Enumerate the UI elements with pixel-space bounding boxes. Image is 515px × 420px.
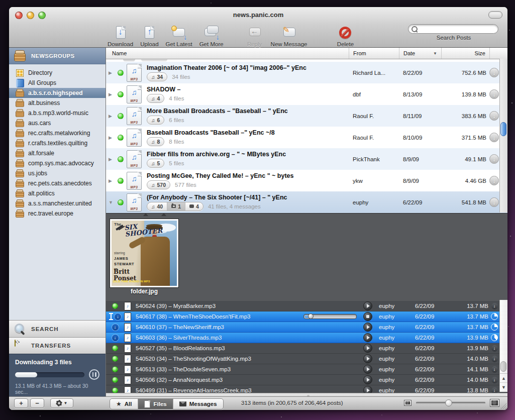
file-scrollbar-thumb[interactable] xyxy=(500,361,506,372)
column-header-from[interactable]: From xyxy=(349,48,399,59)
sidebar-item-a-b-s-mp3-world-music[interactable]: a.b.s.mp3.world-music xyxy=(9,108,106,118)
download-post-button[interactable]: ↓ xyxy=(489,133,499,142)
get-latest-button[interactable]: ↓ Get Latest xyxy=(166,25,192,47)
sidebar-item-rec-travel-europe[interactable]: rec.travel.europe xyxy=(9,208,106,219)
message-row[interactable]: ▶ ♫MP3 Fibber fills from archive.org – "… xyxy=(106,148,507,170)
file-row[interactable]: 540506 (32) – AnnaNorquest.mp3 euphy 6/2… xyxy=(106,375,507,385)
audio-count-segment[interactable]: 34 xyxy=(147,73,167,81)
scrubber-thumb[interactable] xyxy=(308,313,314,319)
play-button[interactable] xyxy=(363,301,372,310)
file-row[interactable]: ↓ 540610 (37) – TheNewSheriff.mp3 euphy … xyxy=(106,322,507,333)
download-post-button[interactable]: ↓ xyxy=(489,154,499,164)
file-row[interactable]: 540527 (35) – BloodRelations.mp3 euphy 6… xyxy=(106,343,507,354)
file-row[interactable]: 540499 (31) – RevengeAtHarnessCreek.mp3 … xyxy=(106,385,507,393)
stop-button[interactable] xyxy=(363,312,372,321)
file-row[interactable]: 540513 (33) – TheDoubleSeven.mp3 euphy 6… xyxy=(106,364,507,375)
column-header-name[interactable]: Name xyxy=(106,48,349,59)
sidebar-item-all-groups[interactable]: All Groups xyxy=(9,78,106,88)
message-row[interactable]: ▼ ♫MP3 (For Anybody – The Six Shooter [~… xyxy=(106,191,507,213)
message-row[interactable]: ▶ ♫MP3 SHADOW – 4 4 files dbf 8/13/09 13… xyxy=(106,83,507,105)
download-post-button[interactable]: ↓ xyxy=(489,197,499,207)
photo-count-segment[interactable]: 1 xyxy=(167,202,185,211)
filter-all-button[interactable]: All xyxy=(110,399,138,409)
search-field[interactable] xyxy=(408,24,498,34)
close-button[interactable] xyxy=(15,12,23,19)
message-row[interactable]: ▶ ♫MP3 Imagination Theater 2006 [~ of 34… xyxy=(106,62,507,83)
column-header-size[interactable]: Size xyxy=(441,48,489,59)
disclosure-triangle-icon[interactable]: ▶ xyxy=(106,70,117,75)
toolbar-toggle-button[interactable] xyxy=(488,11,502,19)
sidebar-item-aus-cars[interactable]: aus.cars xyxy=(9,118,106,128)
download-post-button[interactable]: ↓ xyxy=(489,68,499,77)
newsgroups-section-header[interactable]: NEWSGROUPS xyxy=(9,48,106,64)
pause-transfers-button[interactable] xyxy=(89,369,99,380)
zoom-slider[interactable] xyxy=(416,402,485,404)
sidebar-item-alt-politics[interactable]: alt.politics xyxy=(9,188,106,198)
zoom-slider-thumb[interactable] xyxy=(445,399,452,406)
audio-count-segment[interactable]: 40 xyxy=(147,202,167,211)
zoom-button[interactable] xyxy=(38,12,46,19)
disclosure-triangle-icon[interactable]: ▶ xyxy=(106,178,117,183)
sidebar-item-us-jobs[interactable]: us.jobs xyxy=(9,168,106,178)
file-row[interactable]: ↓ 540617 (38) – WhenTheShoeDoesn'tFit.mp… xyxy=(106,311,507,322)
sidebar-item-a-s-s-manchester-united[interactable]: a.s.s.manchester.united xyxy=(9,198,106,208)
search-section-header[interactable]: SEARCH xyxy=(9,320,106,337)
play-button[interactable] xyxy=(363,333,372,342)
disclosure-triangle-icon[interactable]: ▶ xyxy=(106,135,117,140)
audio-count-segment[interactable]: 6 xyxy=(147,116,164,124)
sidebar-item-directory[interactable]: Directory xyxy=(9,68,106,78)
sidebar-item-alt-forsale[interactable]: alt.forsale xyxy=(9,148,106,158)
play-button[interactable] xyxy=(363,344,372,353)
transfers-section-header[interactable]: ↑↓ TRANSFERS xyxy=(9,337,106,354)
disclosure-triangle-icon[interactable]: ▶ xyxy=(106,157,117,162)
filter-files-button[interactable]: Files xyxy=(138,399,172,409)
disclosure-triangle-icon[interactable]: ▶ xyxy=(106,92,117,97)
column-header-date[interactable]: Date▼ xyxy=(399,48,441,59)
scroll-down-arrow[interactable]: ▼ xyxy=(500,382,507,391)
file-row[interactable]: 540520 (34) – TheShootingOfWyattKing.mp3… xyxy=(106,354,507,364)
playback-scrubber[interactable] xyxy=(303,314,357,319)
file-row[interactable]: ↓ 540603 (36) – SilverThreads.mp3 euphy … xyxy=(106,333,507,343)
message-row[interactable]: ▶ ♫MP3 More Baseball Broadcasts – "Baseb… xyxy=(106,105,507,127)
filter-messages-button[interactable]: Messages xyxy=(173,399,223,409)
remove-button[interactable]: − xyxy=(30,398,44,408)
upload-button[interactable]: ↑ Upload xyxy=(140,25,158,47)
audio-count-segment[interactable]: 570 xyxy=(147,181,170,189)
audio-count-segment[interactable]: 5 xyxy=(147,159,164,167)
message-list-scrollbar[interactable] xyxy=(499,59,507,213)
action-menu-button[interactable]: ▼ xyxy=(50,398,73,408)
new-message-button[interactable]: ✎ New Message xyxy=(271,25,307,47)
play-button[interactable] xyxy=(363,354,372,363)
title-bar[interactable]: news.panic.com xyxy=(9,7,507,22)
add-button[interactable]: + xyxy=(14,398,28,408)
disclosure-triangle-icon[interactable]: ▼ xyxy=(106,200,117,205)
delete-button[interactable]: Delete xyxy=(336,25,354,47)
audio-count-segment[interactable]: 8 xyxy=(147,138,164,146)
file-list-scrollbar[interactable]: ▲ ▼ xyxy=(499,300,507,392)
download-post-button[interactable]: ↓ xyxy=(489,176,499,185)
sidebar-item-rec-crafts-metalworking[interactable]: rec.crafts.metalworking xyxy=(9,128,106,138)
disclosure-triangle-icon[interactable]: ▶ xyxy=(106,114,117,119)
audio-count-segment[interactable]: 4 xyxy=(147,94,164,102)
download-button[interactable]: ↓ Download xyxy=(108,25,133,47)
message-count-segment[interactable]: 4 xyxy=(185,202,203,211)
attachment-thumbnail[interactable]: The SIX SHOOTER starringJAMESSTEWARTas B… xyxy=(110,219,178,287)
play-button[interactable] xyxy=(363,375,372,384)
minimize-button[interactable] xyxy=(27,12,34,19)
get-more-button[interactable]: ↓ Get More xyxy=(199,25,224,47)
sidebar-item-comp-sys-mac-advocacy[interactable]: comp.sys.mac.advocacy xyxy=(9,158,106,168)
download-post-button[interactable]: ↓ xyxy=(489,89,499,99)
sidebar-item-rec-pets-cats-anecdotes[interactable]: rec.pets.cats.anecdotes xyxy=(9,178,106,188)
message-scrollbar-thumb[interactable] xyxy=(500,122,506,136)
sidebar-item-alt-business[interactable]: alt.business xyxy=(9,98,106,108)
play-button[interactable] xyxy=(363,323,372,332)
reply-button[interactable]: ← Reply xyxy=(246,25,264,47)
file-row[interactable]: 540624 (39) – MyraBarker.mp3 euphy 6/22/… xyxy=(106,301,507,311)
search-input[interactable] xyxy=(418,26,495,33)
message-row[interactable]: ▶ ♫MP3 Baseball Broadcasts "Baseball –" … xyxy=(106,127,507,148)
play-button[interactable] xyxy=(363,386,372,393)
play-button[interactable] xyxy=(363,365,372,374)
download-post-button[interactable]: ↓ xyxy=(489,111,499,121)
message-row[interactable]: ▶ ♫MP3 Posting McGee, They Called Me! – … xyxy=(106,170,507,191)
sidebar-item-a-b-s-r-o-highspeed[interactable]: a.b.s.r.o.highspeed xyxy=(9,88,106,98)
